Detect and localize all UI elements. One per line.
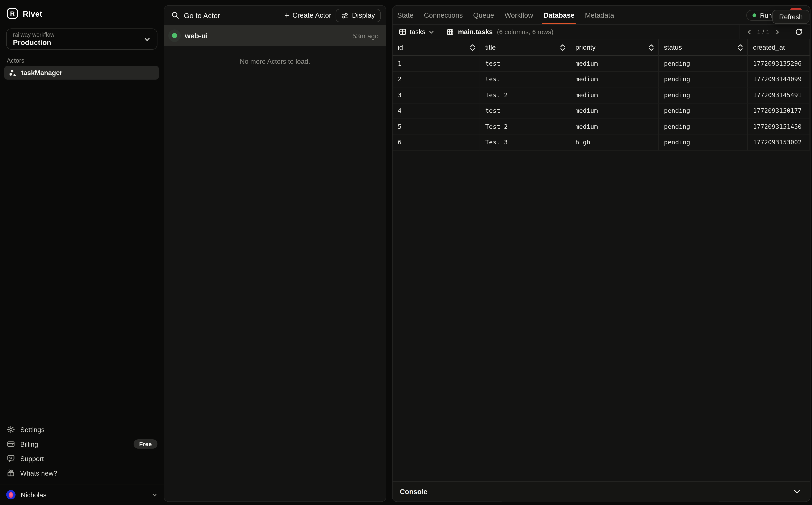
wallet-icon xyxy=(6,440,15,448)
sort-icon[interactable] xyxy=(560,44,566,51)
cell-r6-priority[interactable]: high xyxy=(570,135,659,151)
cell-r1-status[interactable]: pending xyxy=(659,56,748,71)
tab-workflow[interactable]: Workflow xyxy=(504,6,533,24)
display-label: Display xyxy=(352,11,375,19)
sidebar-footer: SettingsBillingFreeSupportWhats new? Nic… xyxy=(0,417,164,505)
cell-r5-created-at[interactable]: 1772093151450 xyxy=(748,119,810,135)
cell-r1-id[interactable]: 1 xyxy=(392,56,480,71)
cell-r3-priority[interactable]: medium xyxy=(570,88,659,103)
tab-database[interactable]: Database xyxy=(544,6,575,24)
cell-r5-status[interactable]: pending xyxy=(659,119,748,135)
create-actor-label: Create Actor xyxy=(293,11,331,19)
display-button[interactable]: Display xyxy=(335,9,381,22)
sidebar-item-billing[interactable]: BillingFree xyxy=(6,437,157,451)
sort-icon[interactable] xyxy=(737,44,743,51)
chevron-down-icon xyxy=(429,29,435,35)
cell-r2-id[interactable]: 2 xyxy=(392,71,480,88)
cell-r5-id[interactable]: 5 xyxy=(392,119,480,135)
column-header-title: title xyxy=(480,39,570,56)
sidebar-item-label: Billing xyxy=(20,440,38,448)
column-label: priority xyxy=(575,43,596,51)
sidebar-item-whats-new[interactable]: Whats new? xyxy=(6,466,157,480)
console-label: Console xyxy=(400,488,427,495)
tab-state[interactable]: State xyxy=(397,6,414,24)
column-header-status: status xyxy=(659,39,748,56)
sidebar-item-taskmanager[interactable]: taskManager xyxy=(4,66,159,80)
actor-list-panel: Go to Actor + Create Actor Display web-u xyxy=(164,5,386,502)
actors-nav: taskManager xyxy=(4,66,159,80)
search-input[interactable]: Go to Actor xyxy=(171,11,280,19)
search-icon xyxy=(171,11,179,19)
chat-icon xyxy=(6,454,15,463)
console-bar[interactable]: Console xyxy=(392,481,810,502)
cell-r6-created-at[interactable]: 1772093153002 xyxy=(748,135,810,151)
refresh-button[interactable] xyxy=(787,25,810,39)
gear-icon xyxy=(6,425,15,434)
table-name: main.tasks xyxy=(458,28,493,36)
brand[interactable]: R Rivet xyxy=(0,0,164,19)
cell-r1-created-at[interactable]: 1772093135296 xyxy=(748,56,810,71)
tab-queue[interactable]: Queue xyxy=(473,6,494,24)
workflow-selector[interactable]: railway workflow Production xyxy=(6,29,157,50)
plan-badge: Free xyxy=(134,439,157,449)
column-header-id: id xyxy=(392,39,480,56)
search-placeholder: Go to Actor xyxy=(184,11,220,19)
tab-metadata[interactable]: Metadata xyxy=(585,6,614,24)
chevron-left-icon[interactable] xyxy=(746,29,752,35)
cell-r5-title[interactable]: Test 2 xyxy=(480,119,570,135)
sidebar-item-label: taskManager xyxy=(21,69,63,76)
actor-panel-header: Go to Actor + Create Actor Display xyxy=(164,6,386,25)
sort-icon[interactable] xyxy=(648,44,654,51)
cell-r3-status[interactable]: pending xyxy=(659,88,748,103)
sidebar-item-support[interactable]: Support xyxy=(6,451,157,466)
footer-items: SettingsBillingFreeSupportWhats new? xyxy=(6,422,157,480)
sidebar: R Rivet railway workflow Production Acto… xyxy=(0,0,164,505)
cell-r3-title[interactable]: Test 2 xyxy=(480,88,570,103)
cell-r3-created-at[interactable]: 1772093145491 xyxy=(748,88,810,103)
workflow-label: railway workflow xyxy=(13,31,54,38)
refresh-icon xyxy=(795,28,802,36)
refresh-tooltip: Refresh xyxy=(773,10,810,24)
cell-r5-priority[interactable]: medium xyxy=(570,119,659,135)
cell-r6-id[interactable]: 6 xyxy=(392,135,480,151)
cell-r4-title[interactable]: test xyxy=(480,103,570,119)
inspector-panel: StateConnectionsQueueWorkflowDatabaseMet… xyxy=(392,5,811,502)
page-indicator: 1 / 1 xyxy=(757,28,770,35)
cell-r4-priority[interactable]: medium xyxy=(570,103,659,119)
user-name: Nicholas xyxy=(21,491,46,498)
sliders-icon xyxy=(341,12,348,19)
create-actor-button[interactable]: + Create Actor xyxy=(280,9,335,21)
cell-r6-status[interactable]: pending xyxy=(659,135,748,151)
tab-list: StateConnectionsQueueWorkflowDatabaseMet… xyxy=(397,6,614,24)
sidebar-item-label: Settings xyxy=(20,426,44,434)
user-menu[interactable]: Nicholas xyxy=(6,484,157,505)
column-label: status xyxy=(664,43,682,51)
rivet-logo-icon: R xyxy=(7,8,18,19)
tab-connections[interactable]: Connections xyxy=(424,6,463,24)
actors-section-label: Actors xyxy=(7,57,24,64)
sidebar-item-settings[interactable]: Settings xyxy=(6,422,157,437)
table-selector[interactable]: tasks xyxy=(392,25,440,39)
svg-text:R: R xyxy=(10,10,15,17)
actor-last-active: 53m ago xyxy=(352,32,379,39)
table-fullname: main.tasks (6 columns, 6 rows) xyxy=(440,25,560,39)
cell-r3-id[interactable]: 3 xyxy=(392,88,480,103)
sort-icon[interactable] xyxy=(470,44,476,51)
cell-r2-status[interactable]: pending xyxy=(659,71,748,88)
table-selector-label: tasks xyxy=(410,28,426,36)
actor-shapes-icon xyxy=(9,69,17,76)
cell-r1-title[interactable]: test xyxy=(480,56,570,71)
cell-r2-title[interactable]: test xyxy=(480,71,570,88)
chevron-right-icon[interactable] xyxy=(774,29,781,35)
cell-r4-status[interactable]: pending xyxy=(659,103,748,119)
actor-row-web-ui[interactable]: web-ui53m ago xyxy=(164,25,386,46)
cell-r1-priority[interactable]: medium xyxy=(570,56,659,71)
column-label: id xyxy=(398,43,403,51)
status-dot-icon xyxy=(753,13,756,17)
cell-r2-created-at[interactable]: 1772093144099 xyxy=(748,71,810,88)
cell-r2-priority[interactable]: medium xyxy=(570,71,659,88)
cell-r6-title[interactable]: Test 3 xyxy=(480,135,570,151)
cell-r4-id[interactable]: 4 xyxy=(392,103,480,119)
actor-rows: web-ui53m ago xyxy=(164,25,386,46)
cell-r4-created-at[interactable]: 1772093150177 xyxy=(748,103,810,119)
